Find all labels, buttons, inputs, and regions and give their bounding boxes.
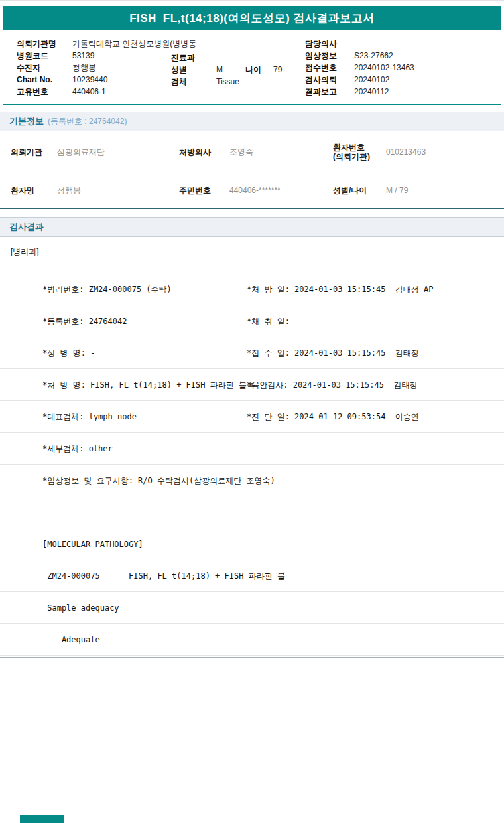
header-field: 결과보고 20240112 xyxy=(305,86,414,98)
field-label: 검체 xyxy=(171,76,216,88)
field-label: 고유번호 xyxy=(17,86,72,98)
result-right-text: *육안검사: 2024-01-03 15:15:45 김태정 xyxy=(247,379,417,390)
header-field: 병원코드 53139 xyxy=(17,50,196,62)
field-value: 20240112 xyxy=(354,86,389,98)
result-right-text: *접 수 일: 2024-01-03 15:15:45 김태정 xyxy=(247,347,419,358)
field-value: Tissue xyxy=(216,76,239,88)
header-field: 검체 Tissue xyxy=(171,76,282,88)
field-value: 정행봉 xyxy=(72,62,96,74)
section-title: 기본정보 xyxy=(9,115,44,127)
basic-info-section-header: 기본정보 (등록번호 : 24764042) xyxy=(0,112,504,131)
result-left-text: *병리번호: ZM24-000075 (수탁) xyxy=(42,283,172,295)
field-label: 수진자 xyxy=(17,62,72,74)
field-label: 접수번호 xyxy=(305,62,354,74)
field-value: 20240102-13463 xyxy=(354,62,414,74)
header-field: 진료과 xyxy=(171,52,282,64)
field-label: 환자번호 (의뢰기관) xyxy=(333,143,386,161)
result-left-text: *처 방 명: FISH, FL t(14;18) + FISH 파라핀 블록 xyxy=(42,379,255,390)
field-label: 주민번호 xyxy=(179,186,229,195)
result-row: *등록번호: 24764042 *채 취 일: xyxy=(0,305,504,337)
result-left-text: Sample adequacy xyxy=(42,603,119,613)
result-left-text: *등록번호: 24764042 xyxy=(42,315,127,327)
field-value: 53139 xyxy=(72,50,94,62)
results-section-header: 검사결과 xyxy=(0,217,504,237)
basic-info-table: 의뢰기관 삼광의료재단 처방의사 조영숙 환자번호 (의뢰기관) 0102134… xyxy=(0,131,504,209)
result-left-text: *세부검체: other xyxy=(42,443,113,454)
field-value: 가톨릭대학교 인천성모병원(병병동 xyxy=(72,38,196,50)
header-field: 수진자 정행봉 xyxy=(17,62,196,74)
table-cell: 성별/나이 M / 79 xyxy=(333,186,504,195)
patient-header: 의뢰기관명 가톨릭대학교 인천성모병원(병병동 병원코드 53139 수진자 정… xyxy=(3,30,501,105)
result-right-text: *처 방 일: 2024-01-03 15:15:45 김태정 AP xyxy=(247,283,434,295)
lab-report-page: FISH_FL,t(14;18)(여의도성모) 검사결과보고서 의뢰기관명 가톨… xyxy=(0,0,504,823)
field-label: 처방의사 xyxy=(179,147,229,157)
field-value: 010213463 xyxy=(386,147,426,157)
field-label: 결과보고 xyxy=(305,86,354,98)
field-value: 440406-1 xyxy=(72,86,106,98)
field-label: 검사의뢰 xyxy=(305,74,354,86)
result-row: [MOLECULAR PATHOLOGY] xyxy=(0,528,504,560)
field-label: 진료과 xyxy=(171,52,216,64)
result-left-text: [MOLECULAR PATHOLOGY] xyxy=(42,540,143,549)
field-label: 임상정보 xyxy=(305,50,354,62)
order-info-column: 담당의사 임상정보 S23-27662 접수번호 20240102-13463 … xyxy=(305,38,414,98)
result-row: *병리번호: ZM24-000075 (수탁) *처 방 일: 2024-01-… xyxy=(0,273,504,305)
table-row: 의뢰기관 삼광의료재단 처방의사 조영숙 환자번호 (의뢰기관) 0102134… xyxy=(0,131,504,173)
field-label: 의뢰기관 xyxy=(11,147,57,157)
result-row: *대표검체: lymph node *진 단 일: 2024-01-12 09:… xyxy=(0,401,504,433)
report-title-bar: FISH_FL,t(14;18)(여의도성모) 검사결과보고서 xyxy=(3,6,501,30)
field-value: M / 79 xyxy=(386,186,408,195)
field-value: 20240102 xyxy=(354,74,389,86)
field-value: 10239440 xyxy=(72,74,107,86)
header-field: 의뢰기관명 가톨릭대학교 인천성모병원(병병동 xyxy=(17,38,196,50)
result-left-text: Adequate xyxy=(42,635,100,644)
section-title: 검사결과 xyxy=(9,221,44,233)
field-label: 환자명 xyxy=(11,186,57,195)
table-cell: 환자명 정행봉 xyxy=(0,185,179,196)
result-row: Adequate xyxy=(0,624,504,656)
clinical-info-column: 진료과 성별 M 나이 79 검체 Tissue xyxy=(171,52,282,88)
field-label: 병원코드 xyxy=(17,50,72,62)
result-row: ZM24-000075 FISH, FL t(14;18) + FISH 파라핀… xyxy=(0,560,504,592)
result-left-text: ZM24-000075 FISH, FL t(14;18) + FISH 파라핀… xyxy=(42,570,285,581)
report-title: FISH_FL,t(14;18)(여의도성모) 검사결과보고서 xyxy=(129,11,375,26)
field-value: 440406-******* xyxy=(229,186,281,195)
hospital-info-column: 의뢰기관명 가톨릭대학교 인천성모병원(병병동 병원코드 53139 수진자 정… xyxy=(17,38,196,98)
field-value: 정행봉 xyxy=(57,185,81,196)
result-left-text: *임상정보 및 요구사항: R/O 수탁검사(삼광의료재단-조영숙) xyxy=(42,475,275,486)
header-field: 담당의사 xyxy=(305,38,414,50)
header-field: Chart No. 10239440 xyxy=(17,74,196,86)
result-left-text: *상 병 명: - xyxy=(42,347,95,358)
result-row: *처 방 명: FISH, FL t(14;18) + FISH 파라핀 블록 … xyxy=(0,369,504,401)
table-cell: 처방의사 조영숙 xyxy=(179,147,333,158)
result-row: Sample adequacy xyxy=(0,592,504,624)
report-end-divider xyxy=(0,657,504,658)
table-row: 환자명 정행봉 주민번호 440406-******* 성별/나이 M / 79 xyxy=(0,173,504,208)
field-label: 성별 xyxy=(171,64,216,76)
header-field: 검사의뢰 20240102 xyxy=(305,74,414,86)
result-row: *임상정보 및 요구사항: R/O 수탁검사(삼광의료재단-조영숙) xyxy=(0,465,504,496)
header-field: 임상정보 S23-27662 xyxy=(305,50,414,62)
field-label: 담당의사 xyxy=(305,38,354,50)
result-right-text: *채 취 일: xyxy=(247,315,290,327)
field-value: S23-27662 xyxy=(354,50,393,62)
field-label: 의뢰기관명 xyxy=(17,38,72,50)
header-field: 성별 M 나이 79 xyxy=(171,64,282,76)
next-page-banner-fragment xyxy=(20,815,64,823)
table-cell: 환자번호 (의뢰기관) 010213463 xyxy=(333,143,504,161)
field-value: 79 xyxy=(273,64,282,76)
result-right-text: *진 단 일: 2024-01-12 09:53:54 이승연 xyxy=(247,411,419,422)
result-row xyxy=(0,496,504,528)
table-cell: 주민번호 440406-******* xyxy=(179,186,333,195)
header-field: 고유번호 440406-1 xyxy=(17,86,196,98)
field-value: 조영숙 xyxy=(229,147,253,158)
field-label: 성별/나이 xyxy=(333,186,386,195)
pathology-result-rows: *병리번호: ZM24-000075 (수탁) *처 방 일: 2024-01-… xyxy=(0,273,504,656)
field-label: 나이 xyxy=(245,64,273,76)
result-left-text: *대표검체: lymph node xyxy=(42,411,137,422)
field-value: M xyxy=(216,64,245,76)
section-subtitle: (등록번호 : 24764042) xyxy=(48,116,127,127)
result-row: *상 병 명: - *접 수 일: 2024-01-03 15:15:45 김태… xyxy=(0,337,504,369)
field-label: Chart No. xyxy=(17,74,72,86)
result-row: *세부검체: other xyxy=(0,433,504,465)
